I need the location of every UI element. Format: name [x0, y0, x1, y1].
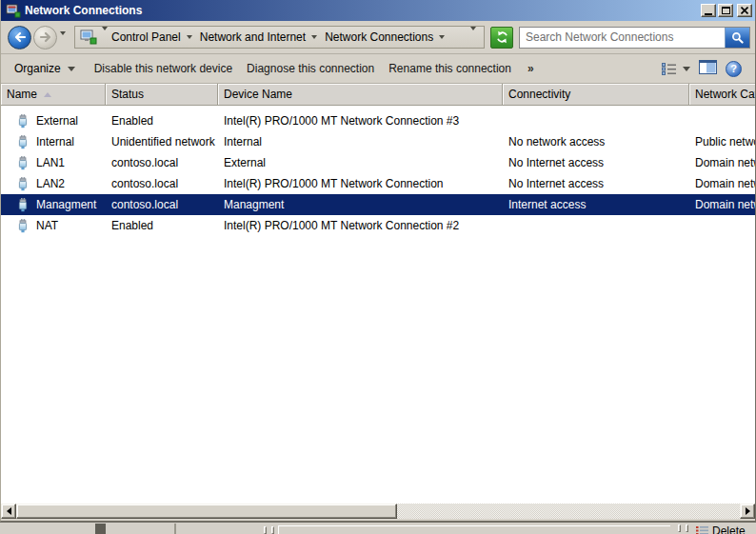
breadcrumb-item[interactable]: Network and Internet [196, 30, 321, 44]
connection-status: contoso.local [106, 198, 218, 211]
network-connection-icon [17, 114, 29, 129]
column-header-device-name[interactable]: Device Name [218, 84, 503, 106]
previous-locations-button[interactable] [468, 30, 479, 44]
column-header-status[interactable]: Status [106, 84, 218, 106]
chevron-down-icon [68, 67, 75, 71]
toolbar-grip [678, 524, 681, 532]
forward-button[interactable] [33, 26, 57, 49]
minimize-button[interactable] [701, 4, 716, 17]
connection-name: NAT [36, 219, 58, 232]
toolbar-grip [686, 524, 688, 532]
connection-device-name: Managment [218, 198, 503, 211]
preview-pane-icon [699, 60, 717, 74]
list-view-icon [662, 63, 677, 75]
connection-name-cell: LAN1 [1, 156, 106, 170]
refresh-button[interactable] [490, 27, 513, 49]
preview-pane-button[interactable] [699, 60, 717, 77]
views-button[interactable] [662, 63, 690, 75]
connection-status: contoso.local [106, 177, 218, 190]
column-headers: NameStatusDevice NameConnectivityNetwork… [1, 84, 755, 106]
column-header-label: Device Name [224, 88, 292, 101]
chevron-down-icon [60, 31, 66, 49]
search-input[interactable] [520, 28, 725, 48]
breadcrumb-items: Control PanelNetwork and InternetNetwork… [108, 30, 448, 44]
connection-device-name: Intel(R) PRO/1000 MT Network Connection … [218, 219, 503, 232]
organize-label: Organize [14, 62, 61, 75]
sort-ascending-icon [44, 92, 51, 97]
connection-device-name: Intel(R) PRO/1000 MT Network Connection … [218, 114, 503, 128]
connection-status: Enabled [106, 114, 218, 128]
chevron-down-icon[interactable] [439, 35, 445, 39]
toolbar-action[interactable]: Disable this network device [94, 62, 232, 75]
connection-row[interactable]: LAN2contoso.localIntel(R) PRO/1000 MT Ne… [1, 173, 755, 194]
connection-network-category: Public network [689, 135, 755, 148]
scroll-right-button[interactable] [740, 504, 755, 519]
connection-device-name: External [218, 156, 503, 169]
toolbar-action[interactable]: Rename this connection [388, 62, 511, 75]
connection-status: Unidentified network [106, 135, 218, 148]
connection-name: Internal [36, 135, 74, 148]
chevron-down-icon[interactable] [187, 35, 192, 39]
connection-row[interactable]: ExternalEnabledIntel(R) PRO/1000 MT Netw… [1, 110, 755, 131]
breadcrumb-item[interactable]: Control Panel [108, 30, 196, 44]
connection-name: LAN1 [36, 156, 65, 169]
scroll-left-button[interactable] [1, 504, 16, 519]
connection-name-cell: NAT [1, 219, 106, 233]
delete-menu-item[interactable]: Delete [712, 524, 746, 534]
maximize-icon [722, 7, 730, 14]
connection-row[interactable]: NATEnabledIntel(R) PRO/1000 MT Network C… [1, 215, 755, 236]
connection-name-cell: External [1, 114, 106, 129]
column-header-network-category[interactable]: Network Category [689, 84, 755, 106]
network-connection-icon [17, 219, 29, 233]
connection-name-cell: Managment [1, 198, 106, 212]
scrollbar-thumb[interactable] [16, 504, 397, 519]
connection-row[interactable]: InternalUnidentified networkInternalNo n… [1, 131, 755, 152]
connection-connectivity: Internet access [503, 198, 689, 211]
forward-icon [39, 31, 52, 43]
network-connections-icon [6, 4, 21, 18]
column-header-connectivity[interactable]: Connectivity [503, 84, 689, 106]
breadcrumb: Control PanelNetwork and InternetNetwork… [74, 26, 485, 49]
breadcrumb-item[interactable]: Network Connections [321, 30, 448, 44]
background-window-edge [95, 524, 106, 534]
window-title: Network Connections [25, 4, 699, 17]
column-header-label: Status [111, 88, 144, 101]
help-button[interactable]: ? [726, 61, 742, 77]
chevron-down-icon[interactable] [311, 35, 317, 39]
search-button[interactable] [725, 28, 749, 48]
breadcrumb-item-label: Network Connections [325, 30, 433, 44]
background-window-strip: Delete [0, 522, 756, 534]
toolbar-right-group: ? [662, 60, 742, 77]
command-toolbar: Organize Disable this network deviceDiag… [1, 54, 755, 84]
network-connection-icon [17, 135, 29, 149]
toolbar-grip [271, 526, 274, 534]
titlebar[interactable]: Network Connections [1, 0, 755, 21]
back-icon [13, 31, 27, 43]
chevron-down-icon [683, 67, 690, 71]
connection-network-category: Domain network [689, 198, 755, 211]
organize-button[interactable]: Organize [14, 62, 75, 75]
recent-pages-button[interactable] [60, 35, 66, 49]
column-header-name[interactable]: Name [1, 84, 106, 106]
connection-row[interactable]: Managmentcontoso.localManagmentInternet … [1, 194, 755, 215]
connection-name-cell: Internal [1, 135, 106, 149]
delete-icon [696, 525, 708, 534]
breadcrumb-item-label: Control Panel [111, 30, 181, 44]
connection-row[interactable]: LAN1contoso.localExternalNo Internet acc… [1, 152, 755, 173]
refresh-icon [495, 30, 509, 44]
toolbar-overflow-button[interactable]: » [527, 62, 534, 75]
desktop: Network Connections [0, 0, 756, 534]
scroll-right-icon [746, 507, 750, 515]
connection-status: Enabled [106, 219, 218, 232]
toolbar-action[interactable]: Diagnose this connection [247, 62, 374, 75]
maximize-button[interactable] [718, 4, 733, 17]
minimize-icon [705, 13, 712, 15]
close-button[interactable] [737, 4, 752, 17]
connection-list[interactable]: ExternalEnabledIntel(R) PRO/1000 MT Netw… [1, 106, 755, 504]
connection-name-cell: LAN2 [1, 177, 106, 191]
horizontal-scrollbar[interactable] [1, 504, 755, 519]
chevron-down-icon [470, 27, 476, 44]
background-window-panel [278, 525, 670, 534]
back-button[interactable] [8, 26, 31, 49]
network-connections-icon[interactable] [80, 30, 98, 45]
